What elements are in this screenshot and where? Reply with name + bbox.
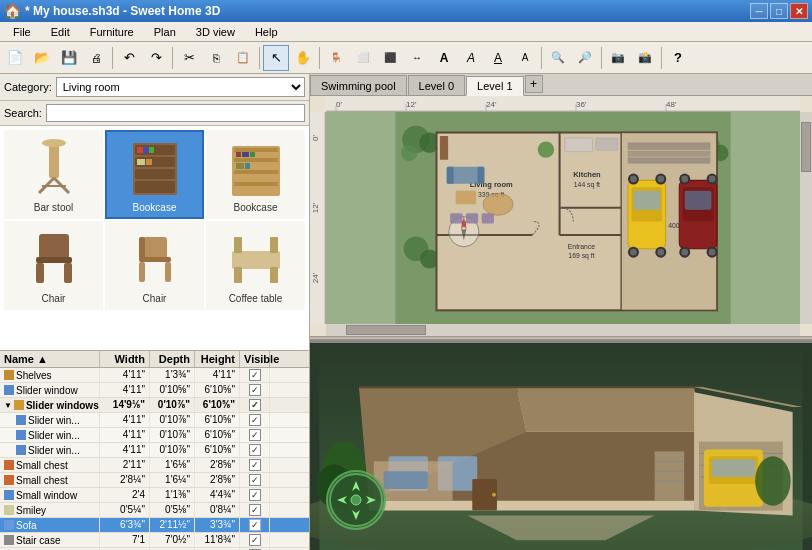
- minimize-button[interactable]: ─: [750, 3, 768, 19]
- visible-checkbox[interactable]: [249, 519, 261, 531]
- copy-button[interactable]: ⎘: [203, 45, 229, 71]
- cut-button[interactable]: ✂: [176, 45, 202, 71]
- visible-checkbox[interactable]: [249, 384, 261, 396]
- zoom-in-button[interactable]: 🔍: [545, 45, 571, 71]
- table-row[interactable]: Smiley 0'5¼"0'5⅛"0'8¼": [0, 503, 309, 518]
- furniture-item-coffee-table[interactable]: Coffee table: [206, 221, 305, 310]
- menu-item-edit[interactable]: Edit: [42, 24, 79, 40]
- top-view[interactable]: 0' 12' 24' 36' 48': [310, 96, 812, 336]
- furniture-item-chair2[interactable]: Chair: [105, 221, 204, 310]
- table-row[interactable]: Small chest 2'8¼"1'6¼"2'8⅝": [0, 473, 309, 488]
- svg-text:12': 12': [406, 100, 417, 109]
- furniture-item-chair1[interactable]: Chair: [4, 221, 103, 310]
- v-scrollbar[interactable]: [800, 112, 812, 324]
- visible-checkbox[interactable]: [249, 474, 261, 486]
- draw-room-button[interactable]: ⬛: [377, 45, 403, 71]
- svg-text:0': 0': [336, 100, 342, 109]
- visible-checkbox[interactable]: [249, 429, 261, 441]
- add-text3-button[interactable]: A: [485, 45, 511, 71]
- svg-rect-25: [39, 234, 69, 259]
- h-scrollbar[interactable]: [326, 324, 800, 336]
- pointer-tool[interactable]: ↖: [263, 45, 289, 71]
- menu-item-plan[interactable]: Plan: [145, 24, 185, 40]
- camera-button1[interactable]: 📷: [605, 45, 631, 71]
- furniture-item-bar-stool[interactable]: Bar stool: [4, 130, 103, 219]
- zoom-out-button[interactable]: 🔎: [572, 45, 598, 71]
- visible-checkbox[interactable]: [249, 369, 261, 381]
- col-visible[interactable]: Visible: [240, 351, 270, 367]
- visible-checkbox[interactable]: [249, 459, 261, 471]
- add-furniture-button[interactable]: 🪑: [323, 45, 349, 71]
- navigation-circle[interactable]: [326, 470, 386, 530]
- svg-rect-13: [137, 159, 145, 165]
- help-button[interactable]: ?: [665, 45, 691, 71]
- add-dimension-button[interactable]: ↔: [404, 45, 430, 71]
- pan-tool[interactable]: ✋: [290, 45, 316, 71]
- row-icon: [14, 400, 24, 410]
- add-text-button[interactable]: A: [431, 45, 457, 71]
- table-row-group[interactable]: ▼Slider windows 14'9⅛"0'10⅞"6'10⅝": [0, 398, 309, 413]
- floorplan-area[interactable]: Living room 339 sq ft Kitchen 144 sq ft …: [326, 112, 800, 324]
- save-button[interactable]: 💾: [56, 45, 82, 71]
- add-level-button[interactable]: +: [525, 75, 543, 93]
- visible-checkbox[interactable]: [249, 489, 261, 501]
- titlebar-controls[interactable]: ─ □ ✕: [750, 3, 808, 19]
- svg-rect-23: [236, 163, 244, 169]
- svg-rect-9: [135, 181, 175, 193]
- print-button[interactable]: 🖨: [83, 45, 109, 71]
- search-row: Search:: [0, 101, 309, 126]
- svg-rect-10: [137, 147, 143, 153]
- sep7: [661, 47, 662, 69]
- table-row[interactable]: Stair case 7'17'0½"11'8¾": [0, 533, 309, 548]
- furniture-item-bookcase2[interactable]: Bookcase: [206, 130, 305, 219]
- bar-stool-label: Bar stool: [34, 202, 73, 213]
- table-row[interactable]: Small chest 2'11"1'6⅛"2'8⅝": [0, 458, 309, 473]
- visible-checkbox[interactable]: [249, 399, 261, 411]
- menu-item-furniture[interactable]: Furniture: [81, 24, 143, 40]
- category-select[interactable]: Living roomBedroomKitchenBathroomDining …: [56, 77, 305, 97]
- svg-text:0': 0': [311, 135, 320, 141]
- table-row-child[interactable]: Slider win... 4'11"0'10⅞"6'10⅝": [0, 428, 309, 443]
- right-panel: Swimming pool Level 0 Level 1 + 0' 12' 2…: [310, 74, 812, 550]
- paste-button[interactable]: 📋: [230, 45, 256, 71]
- tab-level1[interactable]: Level 1: [466, 76, 523, 96]
- menu-item-help[interactable]: Help: [246, 24, 287, 40]
- table-row[interactable]: Shelves 4'11"1'3¾"4'11": [0, 368, 309, 383]
- visible-checkbox[interactable]: [249, 504, 261, 516]
- bottom-3d-view[interactable]: [310, 340, 812, 550]
- new-button[interactable]: 📄: [2, 45, 28, 71]
- add-text2-button[interactable]: A: [458, 45, 484, 71]
- col-name[interactable]: Name ▲: [0, 351, 100, 367]
- furniture-item-bookcase1[interactable]: Bookcase: [105, 130, 204, 219]
- col-depth[interactable]: Depth: [150, 351, 195, 367]
- row-icon: [16, 445, 26, 455]
- redo-button[interactable]: ↷: [143, 45, 169, 71]
- table-row-child[interactable]: Slider win... 4'11"0'10⅞"6'10⅝": [0, 413, 309, 428]
- svg-rect-84: [478, 167, 485, 184]
- col-width[interactable]: Width: [100, 351, 150, 367]
- table-row-child[interactable]: Slider win... 4'11"0'10⅞"6'10⅝": [0, 443, 309, 458]
- svg-text:24': 24': [311, 272, 320, 283]
- camera-button2[interactable]: 📸: [632, 45, 658, 71]
- row-icon: [4, 490, 14, 500]
- open-button[interactable]: 📂: [29, 45, 55, 71]
- menu-item-3d view[interactable]: 3D view: [187, 24, 244, 40]
- search-input[interactable]: [46, 104, 305, 122]
- undo-button[interactable]: ↶: [116, 45, 142, 71]
- add-text4-button[interactable]: A: [512, 45, 538, 71]
- svg-rect-29: [143, 237, 167, 259]
- tab-level0[interactable]: Level 0: [408, 75, 465, 95]
- close-button[interactable]: ✕: [790, 3, 808, 19]
- visible-checkbox[interactable]: [249, 444, 261, 456]
- sep3: [259, 47, 260, 69]
- visible-checkbox[interactable]: [249, 534, 261, 546]
- table-row[interactable]: Slider window 4'11"0'10⅝"6'10⅝": [0, 383, 309, 398]
- tab-swimming-pool[interactable]: Swimming pool: [310, 75, 407, 95]
- visible-checkbox[interactable]: [249, 414, 261, 426]
- col-height[interactable]: Height: [195, 351, 240, 367]
- maximize-button[interactable]: □: [770, 3, 788, 19]
- menu-item-file[interactable]: File: [4, 24, 40, 40]
- table-row[interactable]: Small window 2'41'1⅜"4'4¾": [0, 488, 309, 503]
- draw-wall-button[interactable]: ⬜: [350, 45, 376, 71]
- table-row-sofa[interactable]: Sofa 6'3¾"2'11½"3'3¾": [0, 518, 309, 533]
